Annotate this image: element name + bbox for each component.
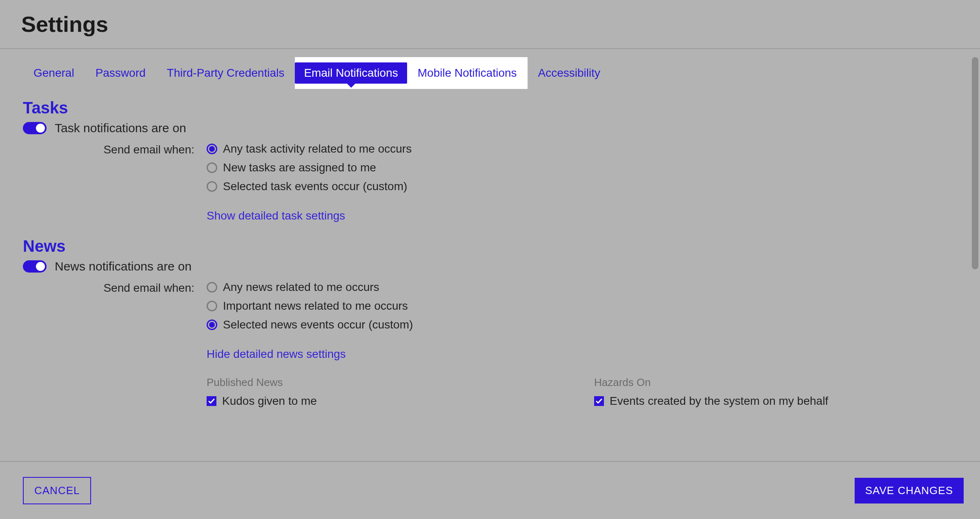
radio-icon[interactable] xyxy=(207,181,217,192)
radio-icon[interactable] xyxy=(207,162,217,173)
radio-label: Selected task events occur (custom) xyxy=(223,180,407,193)
news-detail-right-item-events[interactable]: Events created by the system on my behal… xyxy=(594,395,957,408)
tab-mobile-notifications[interactable]: Mobile Notifications xyxy=(407,67,528,80)
news-options: Any news related to me occurs Important … xyxy=(207,281,957,408)
radio-label: Important news related to me occurs xyxy=(223,299,408,313)
news-form: Send email when: Any news related to me … xyxy=(23,281,957,408)
radio-icon[interactable] xyxy=(207,282,217,293)
radio-icon[interactable] xyxy=(207,144,217,154)
news-detail-columns: Published News Kudos given to me Hazards… xyxy=(207,376,957,408)
radio-label: Selected news events occur (custom) xyxy=(223,318,413,331)
tasks-options: Any task activity related to me occurs N… xyxy=(207,142,957,222)
tasks-option-any[interactable]: Any task activity related to me occurs xyxy=(207,142,957,155)
tasks-toggle-row: Task notifications are on xyxy=(23,121,957,135)
tasks-option-assigned[interactable]: New tasks are assigned to me xyxy=(207,161,957,174)
news-detail-left-item-kudos[interactable]: Kudos given to me xyxy=(207,395,570,408)
section-title-news: News xyxy=(23,237,957,255)
news-form-label: Send email when: xyxy=(23,281,194,408)
settings-content: Tasks Task notifications are on Send ema… xyxy=(0,89,980,502)
page-title: Settings xyxy=(0,0,980,48)
news-detail-left-header: Published News xyxy=(207,376,570,389)
news-option-custom[interactable]: Selected news events occur (custom) xyxy=(207,318,957,331)
radio-label: New tasks are assigned to me xyxy=(223,161,376,174)
news-toggle-label: News notifications are on xyxy=(55,260,192,273)
news-toggle[interactable] xyxy=(23,260,47,273)
cancel-button[interactable]: CANCEL xyxy=(23,477,91,504)
news-detail-right: Hazards On Events created by the system … xyxy=(594,376,957,408)
tab-general[interactable]: General xyxy=(23,57,85,89)
news-option-any[interactable]: Any news related to me occurs xyxy=(207,281,957,294)
section-title-tasks: Tasks xyxy=(23,99,957,117)
radio-label: Any news related to me occurs xyxy=(223,281,379,294)
news-detail-left: Published News Kudos given to me xyxy=(207,376,570,408)
news-hide-detail-link[interactable]: Hide detailed news settings xyxy=(207,348,957,361)
tasks-form: Send email when: Any task activity relat… xyxy=(23,142,957,222)
radio-label: Any task activity related to me occurs xyxy=(223,142,412,155)
scrollbar[interactable] xyxy=(970,57,980,459)
tab-third-party-credentials[interactable]: Third-Party Credentials xyxy=(156,57,295,89)
tasks-show-detail-link[interactable]: Show detailed task settings xyxy=(207,209,957,222)
tasks-toggle-label: Task notifications are on xyxy=(55,121,186,135)
news-option-important[interactable]: Important news related to me occurs xyxy=(207,299,957,313)
checkbox-label: Kudos given to me xyxy=(222,395,317,408)
news-toggle-row: News notifications are on xyxy=(23,260,957,273)
news-detail-right-header: Hazards On xyxy=(594,376,957,389)
tab-highlight-group: Email Notifications Mobile Notifications xyxy=(295,57,527,89)
tab-email-notifications[interactable]: Email Notifications xyxy=(295,62,407,84)
checkbox-icon[interactable] xyxy=(594,396,604,406)
tab-accessibility[interactable]: Accessibility xyxy=(528,57,611,89)
checkbox-icon[interactable] xyxy=(207,396,216,406)
tasks-form-label: Send email when: xyxy=(23,142,194,222)
radio-icon[interactable] xyxy=(207,319,217,330)
divider xyxy=(0,48,980,49)
tab-password[interactable]: Password xyxy=(85,57,156,89)
scrollbar-thumb[interactable] xyxy=(972,57,978,269)
save-changes-button[interactable]: SAVE CHANGES xyxy=(855,478,964,503)
radio-icon[interactable] xyxy=(207,301,217,311)
tasks-option-custom[interactable]: Selected task events occur (custom) xyxy=(207,180,957,193)
tasks-toggle[interactable] xyxy=(23,122,47,134)
settings-tabs: General Password Third-Party Credentials… xyxy=(0,57,980,89)
footer: CANCEL SAVE CHANGES xyxy=(0,461,980,519)
checkbox-label: Events created by the system on my behal… xyxy=(610,395,828,408)
